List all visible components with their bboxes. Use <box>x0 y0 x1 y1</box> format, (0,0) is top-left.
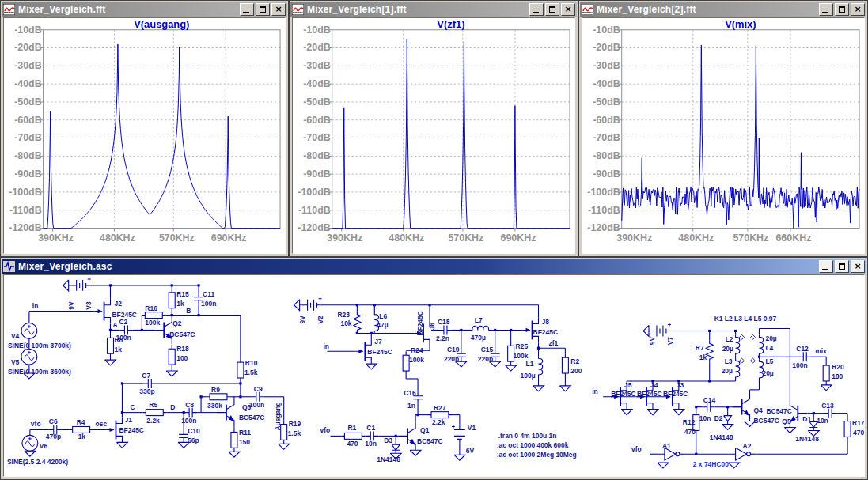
schematic-label[interactable]: vfo <box>631 445 642 453</box>
schematic-symbol-gnd[interactable] <box>722 425 733 430</box>
schematic-label[interactable]: .tran 0 4m 100u 1n <box>498 432 557 440</box>
titlebar[interactable]: Mixer_Vergleich.fft × <box>2 2 287 17</box>
schematic-label[interactable]: J3 <box>677 381 684 389</box>
schematic-symbol-gnd[interactable] <box>116 442 127 448</box>
schematic-label[interactable]: L6 <box>379 312 387 320</box>
schematic-label[interactable]: SINE(2.5 2.4 4200k) <box>7 458 68 466</box>
schematic-label[interactable]: C18 <box>438 319 450 327</box>
schematic-symbol-ph[interactable] <box>751 358 756 363</box>
schematic-symbol-res-h[interactable] <box>428 412 452 418</box>
schematic-label[interactable]: 1N4148 <box>795 435 819 443</box>
schematic-symbol-gnd[interactable] <box>25 451 36 456</box>
schematic-symbol-npn[interactable] <box>733 393 750 421</box>
schematic-label[interactable]: mix <box>815 347 827 355</box>
schematic-label[interactable]: 20µ <box>762 369 773 377</box>
schematic-symbol-ind-v[interactable] <box>736 358 740 379</box>
schematic-label[interactable]: 20µ <box>765 334 776 342</box>
schematic-label[interactable]: BF245C <box>112 311 136 319</box>
schematic-label[interactable]: 56p <box>188 437 199 444</box>
schematic-label[interactable]: 1.5k <box>244 369 258 376</box>
schematic-label[interactable]: V3 <box>85 301 93 310</box>
schematic-label[interactable]: ;ac oct 1000 2Meg 10Meg <box>497 451 577 459</box>
schematic-symbol-gnd[interactable] <box>105 360 116 365</box>
schematic-label[interactable]: 100n <box>792 361 807 369</box>
schematic-symbol-res-v[interactable] <box>844 418 851 441</box>
titlebar[interactable]: Mixer_Vergleich[1].fft × <box>290 2 577 17</box>
schematic-symbol-gnd-l[interactable] <box>294 300 302 311</box>
schematic-label[interactable]: BC547C <box>754 417 779 425</box>
schematic-label[interactable]: 100 <box>176 354 188 362</box>
schematic-symbol-sine[interactable] <box>21 349 37 365</box>
schematic-label[interactable]: C11 <box>203 290 214 298</box>
schematic-label[interactable]: R17 <box>852 420 864 428</box>
schematic-symbol-gnd[interactable] <box>673 410 684 415</box>
schematic-label[interactable]: 100k <box>514 352 529 360</box>
schematic-label[interactable]: C8 <box>185 401 194 409</box>
schematic-label[interactable]: 220p <box>478 355 493 363</box>
schematic-label[interactable]: 10n <box>817 417 828 425</box>
schematic-label[interactable]: A2 <box>743 442 752 450</box>
schematic-label[interactable]: 330p <box>139 387 154 395</box>
schematic-symbol-res-v[interactable] <box>108 334 114 357</box>
schematic-label[interactable]: 1n <box>407 402 415 410</box>
schematic-label[interactable]: 100k <box>145 319 160 327</box>
schematic-label[interactable]: 150 <box>239 438 250 446</box>
schematic-label[interactable]: R5 <box>149 401 157 409</box>
schematic-label[interactable]: R10 <box>245 359 258 367</box>
schematic-label[interactable]: 1k <box>176 300 184 308</box>
schematic-symbol-gnd[interactable] <box>410 450 421 455</box>
schematic-symbol-gnd[interactable] <box>533 386 544 391</box>
schematic-label[interactable]: BC547C <box>417 437 442 445</box>
schematic-label[interactable]: R11 <box>239 429 251 437</box>
schematic-label[interactable]: J7 <box>374 338 382 346</box>
minimize-button[interactable] <box>240 3 254 16</box>
schematic-label[interactable]: R25 <box>516 342 529 350</box>
schematic-symbol-res-v[interactable] <box>237 358 244 382</box>
schematic-label[interactable]: R16 <box>145 304 157 312</box>
schematic-label[interactable]: osc <box>96 421 108 429</box>
titlebar[interactable]: Mixer_Vergleich[2].fft × <box>580 2 866 17</box>
schematic-label[interactable]: C13 <box>821 402 834 410</box>
schematic-label[interactable]: Q4 <box>754 406 764 414</box>
schematic-label[interactable]: C10 <box>188 427 200 435</box>
schematic-label[interactable]: 1k <box>699 353 707 361</box>
schematic-label[interactable]: C2 <box>119 319 127 327</box>
close-button[interactable]: × <box>851 260 865 273</box>
schematic-symbol-gnd[interactable] <box>784 427 795 433</box>
schematic-symbol-bat-h[interactable] <box>651 323 671 337</box>
schematic-symbol-bat-h[interactable] <box>71 278 91 291</box>
schematic-label[interactable]: J4 <box>650 381 658 389</box>
schematic-symbol-gnd-l[interactable] <box>63 280 71 291</box>
close-button[interactable]: × <box>271 3 286 16</box>
schematic-label[interactable]: D2 <box>714 414 723 422</box>
schematic-label[interactable]: L4 <box>765 344 773 352</box>
schematic-symbol-res-h[interactable] <box>142 410 166 416</box>
schematic-label[interactable]: R15 <box>176 290 189 298</box>
schematic-label[interactable]: Q5 <box>782 418 791 425</box>
schematic-label[interactable]: SINE(0 100m 3600k) <box>8 368 71 376</box>
schematic-label[interactable]: J5 <box>624 381 632 389</box>
schematic-label[interactable]: in <box>32 302 39 310</box>
schematic-label[interactable]: B <box>186 307 191 315</box>
schematic-label[interactable]: 220p <box>444 355 459 363</box>
schematic-label[interactable]: V2 <box>316 316 324 324</box>
minimize-button[interactable] <box>529 3 544 16</box>
schematic-label[interactable]: 470 <box>684 428 696 436</box>
schematic-window-icon[interactable] <box>3 261 15 272</box>
schematic-canvas[interactable]: inJ2BF245CR151kC11100nR16100kBAC2100nQ2B… <box>4 275 864 476</box>
schematic-symbol-res-v[interactable] <box>562 353 568 377</box>
schematic-symbol-res-h[interactable] <box>207 394 230 400</box>
schematic-symbol-ind-v[interactable] <box>759 334 763 355</box>
schematic-label[interactable]: vfo <box>320 426 331 434</box>
schematic-label[interactable]: BF245C <box>416 311 424 335</box>
schematic-label[interactable]: R2 <box>570 357 579 365</box>
fft-plot-pane[interactable]: -10dB-20dB-30dB-40dB-50dB-60dB-70dB-80dB… <box>3 17 286 254</box>
fft-window-icon[interactable] <box>582 4 593 15</box>
schematic-label[interactable]: 470 <box>853 429 864 437</box>
schematic-label[interactable]: Ausgang <box>274 402 282 430</box>
schematic-label[interactable]: L2 <box>726 335 733 343</box>
close-button[interactable]: × <box>851 3 865 16</box>
schematic-pane[interactable]: inJ2BF245CR151kC11100nR16100kBAC2100nQ2B… <box>3 274 865 477</box>
schematic-label[interactable]: C19 <box>447 346 460 353</box>
schematic-label[interactable]: BF245C <box>637 390 661 398</box>
